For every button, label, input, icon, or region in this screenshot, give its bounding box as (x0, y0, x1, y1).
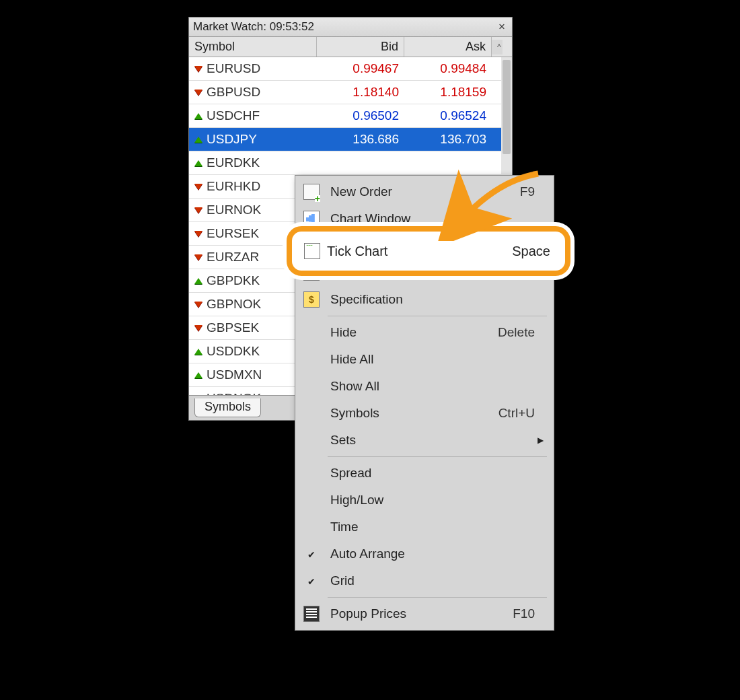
menu-item-accel: Delete (498, 325, 538, 340)
neworder-icon (297, 184, 326, 200)
arrow-down-icon (194, 325, 202, 331)
menu-item-label: Chart Window (326, 211, 535, 226)
symbol-label: EURHKD (207, 179, 260, 194)
table-row[interactable]: EURUSD0.994670.99484 (189, 57, 512, 81)
symbol-cell: USDJPY (189, 132, 317, 147)
panel-title: Market Watch: 09:53:52 (193, 20, 496, 34)
menu-item-label: High/Low (326, 493, 535, 508)
arrow-up-icon (194, 278, 202, 284)
menu-item-label: Show All (326, 379, 535, 394)
arrow-up-icon (194, 113, 202, 119)
ask-cell: 0.96524 (404, 108, 492, 123)
check-icon (297, 573, 326, 588)
scroll-up-icon[interactable]: ^ (492, 40, 503, 55)
menu-item-label: Symbols (326, 406, 498, 421)
symbol-label: USDNOK (207, 391, 261, 395)
symbol-cell: USDCHF (189, 108, 317, 123)
menu-item-label: New Order (326, 184, 520, 199)
tab-symbols[interactable]: Symbols (194, 398, 261, 417)
menu-item-auto-arrange[interactable]: Auto Arrange (297, 540, 552, 567)
arrow-up-icon (194, 160, 202, 166)
menu-item-label: Hide All (326, 352, 535, 367)
symbol-cell: EURDKK (189, 155, 317, 170)
menu-item-symbols[interactable]: SymbolsCtrl+U (297, 400, 552, 427)
header-symbol[interactable]: Symbol (189, 37, 317, 57)
menu-separator (328, 456, 547, 457)
menu-item-label: Popup Prices (326, 606, 513, 621)
table-row[interactable]: USDJPY136.686136.703 (189, 128, 512, 151)
callout-label: Tick Chart (327, 244, 512, 259)
bid-cell: 136.686 (317, 132, 404, 147)
table-row[interactable]: USDCHF0.965020.96524 (189, 104, 512, 128)
symbol-label: USDDKK (207, 344, 260, 359)
menu-item-grid[interactable]: Grid (297, 567, 552, 594)
arrow-down-icon (194, 231, 202, 237)
symbol-label: GBPUSD (207, 85, 260, 100)
menu-item-accel: F10 (513, 606, 538, 621)
menu-item-specification[interactable]: Specification (297, 286, 552, 313)
menu-item-hide-all[interactable]: Hide All (297, 346, 552, 373)
bid-cell: 0.99467 (317, 61, 404, 76)
close-icon[interactable]: × (496, 20, 508, 34)
arrow-down-icon (194, 184, 202, 190)
menu-item-spread[interactable]: Spread (297, 460, 552, 487)
symbol-label: USDMXN (207, 368, 262, 382)
menu-item-show-all[interactable]: Show All (297, 373, 552, 400)
bid-cell: 0.96502 (317, 108, 404, 123)
table-row[interactable]: GBPUSD1.181401.18159 (189, 81, 512, 104)
menu-item-label: Time (326, 520, 535, 534)
ask-cell: 0.99484 (404, 61, 492, 76)
menu-item-label: Spread (326, 466, 535, 481)
symbol-label: GBPNOK (207, 297, 261, 312)
arrow-down-icon (194, 207, 202, 213)
menu-item-hide[interactable]: HideDelete (297, 319, 552, 346)
panel-titlebar: Market Watch: 09:53:52 × (189, 18, 512, 37)
menu-item-label: Grid (326, 573, 535, 588)
popup-icon (297, 606, 326, 622)
submenu-arrow-icon: ▶ (538, 435, 548, 445)
menu-item-accel: F9 (520, 184, 538, 199)
bid-cell: 1.18140 (317, 85, 404, 100)
ask-cell: 136.703 (404, 132, 492, 147)
symbol-label: EURZAR (207, 250, 259, 265)
header-ask[interactable]: Ask (404, 37, 492, 57)
arrow-down-icon (194, 66, 202, 72)
menu-separator (328, 597, 547, 598)
arrow-up-icon (194, 372, 202, 378)
symbol-label: USDCHF (207, 108, 260, 123)
symbol-label: EURNOK (207, 203, 261, 217)
symbol-label: USDJPY (207, 132, 257, 147)
check-icon (297, 547, 326, 561)
arrow-up-icon (194, 349, 202, 355)
menu-item-accel: Ctrl+U (498, 406, 538, 421)
arrow-up-icon (194, 137, 202, 143)
symbol-cell: GBPUSD (189, 85, 317, 100)
menu-item-high-low[interactable]: High/Low (297, 487, 552, 514)
symbol-label: EURSEK (207, 226, 259, 241)
tick-chart-icon (297, 243, 327, 259)
grid-header: Symbol Bid Ask ^ (189, 37, 512, 57)
arrow-down-icon (194, 302, 202, 308)
symbol-label: GBPDKK (207, 273, 260, 288)
menu-item-label: Hide (326, 325, 498, 340)
ask-cell: 1.18159 (404, 85, 492, 100)
scrollbar-thumb[interactable] (503, 60, 511, 154)
menu-item-label: Sets (326, 433, 535, 448)
symbol-label: EURDKK (207, 155, 260, 170)
menu-item-time[interactable]: Time (297, 514, 552, 540)
table-row[interactable]: EURDKK (189, 151, 512, 175)
menu-item-new-order[interactable]: New OrderF9 (297, 178, 552, 205)
spec-icon (297, 291, 326, 308)
menu-item-sets[interactable]: Sets▶ (297, 427, 552, 454)
header-bid[interactable]: Bid (317, 37, 404, 57)
highlight-callout: Tick Chart Space (287, 226, 570, 276)
symbol-label: EURUSD (207, 61, 260, 76)
symbol-label: GBPSEK (207, 320, 259, 335)
menu-item-popup-prices[interactable]: Popup PricesF10 (297, 600, 552, 627)
callout-accel: Space (512, 244, 550, 259)
chart-icon (297, 211, 326, 227)
arrow-down-icon (194, 254, 202, 260)
symbol-cell: EURUSD (189, 61, 317, 76)
menu-item-label: Auto Arrange (326, 547, 535, 561)
menu-item-label: Specification (326, 292, 535, 307)
